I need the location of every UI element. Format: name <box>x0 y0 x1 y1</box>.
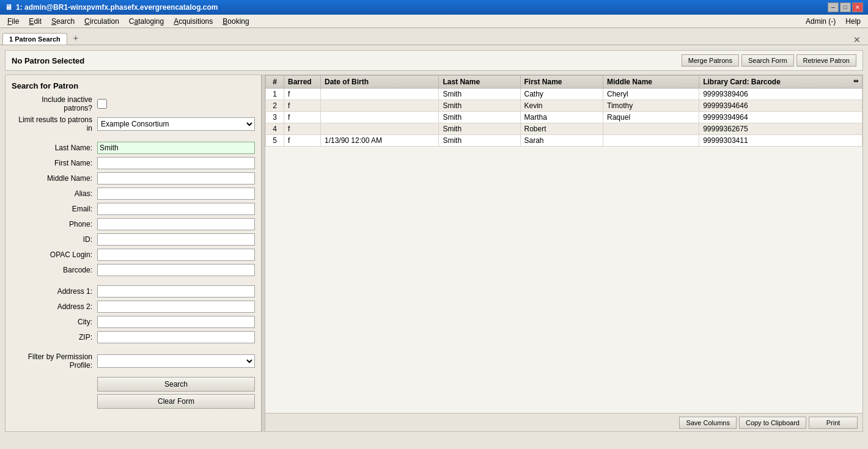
table-header-row: # Barred Date of Birth Last Name First N… <box>266 76 862 89</box>
menu-bar: File Edit Search Circulation Cataloging … <box>0 15 868 28</box>
app-icon: 🖥 <box>5 3 12 12</box>
cell-barred: f <box>284 135 321 147</box>
table-row[interactable]: 5 f 1/13/90 12:00 AM Smith Sarah 9999930… <box>266 135 862 147</box>
top-panel: No Patron Selected Merge Patrons Search … <box>5 50 863 71</box>
menu-search[interactable]: Search <box>46 16 79 27</box>
city-label: City: <box>12 318 97 326</box>
middle-name-input[interactable] <box>97 172 255 184</box>
menu-circulation[interactable]: Circulation <box>79 16 124 27</box>
search-form-button[interactable]: Search Form <box>741 54 794 67</box>
opac-login-input[interactable] <box>97 249 255 261</box>
cell-first: Cathy <box>520 89 603 100</box>
cell-last: Smith <box>439 89 520 100</box>
table-row[interactable]: 1 f Smith Cathy Cheryl 99999389406 <box>266 89 862 100</box>
address2-input[interactable] <box>97 301 255 313</box>
address1-row: Address 1: <box>12 285 255 298</box>
merge-patrons-button[interactable]: Merge Patrons <box>682 54 739 67</box>
cell-dob <box>321 112 439 123</box>
col-header-middle[interactable]: Middle Name <box>603 76 699 89</box>
include-inactive-row: Include inactive patrons? <box>12 95 255 112</box>
last-name-input[interactable] <box>97 142 255 154</box>
col-header-barred[interactable]: Barred <box>284 76 321 89</box>
cell-barred: f <box>284 112 321 123</box>
table-row[interactable]: 3 f Smith Martha Raquel 99999394964 <box>266 112 862 123</box>
phone-input[interactable] <box>97 218 255 230</box>
cell-num: 1 <box>266 89 284 100</box>
menu-edit[interactable]: Edit <box>24 16 46 27</box>
cell-barred: f <box>284 123 321 135</box>
zip-input[interactable] <box>97 331 255 343</box>
menu-acquisitions[interactable]: Acquisitions <box>169 16 218 27</box>
id-input[interactable] <box>97 233 255 246</box>
first-name-row: First Name: <box>12 157 255 169</box>
filter-profile-row: Filter by Permission Profile: <box>12 352 255 370</box>
limit-results-row: Limit results to patrons in Example Cons… <box>12 115 255 133</box>
close-button[interactable]: ✕ <box>852 2 863 12</box>
search-form-title: Search for Patron <box>12 81 255 90</box>
col-header-barcode[interactable]: Library Card: Barcode ⇔ <box>699 76 862 89</box>
col-header-dob[interactable]: Date of Birth <box>321 76 439 89</box>
phone-label: Phone: <box>12 220 97 228</box>
minimize-button[interactable]: ─ <box>828 2 839 12</box>
cell-barred: f <box>284 100 321 112</box>
menu-help[interactable]: Help <box>840 16 866 27</box>
save-columns-button[interactable]: Save Columns <box>679 417 737 429</box>
cell-dob: 1/13/90 12:00 AM <box>321 135 439 147</box>
middle-name-row: Middle Name: <box>12 172 255 184</box>
patron-results-table: # Barred Date of Birth Last Name First N… <box>265 75 862 147</box>
last-name-label: Last Name: <box>12 144 97 152</box>
email-label: Email: <box>12 205 97 213</box>
retrieve-patron-button[interactable]: Retrieve Patron <box>796 54 856 67</box>
tab-bar-right: ✕ <box>848 35 866 45</box>
menu-file[interactable]: File <box>2 16 24 27</box>
city-row: City: <box>12 316 255 328</box>
zip-label: ZIP: <box>12 333 97 341</box>
print-button[interactable]: Print <box>809 417 858 429</box>
no-patron-label: No Patron Selected <box>12 56 84 65</box>
alias-input[interactable] <box>97 188 255 200</box>
maximize-button[interactable]: □ <box>840 2 851 12</box>
col-header-first[interactable]: First Name <box>520 76 603 89</box>
menu-cataloging[interactable]: Cataloging <box>124 16 169 27</box>
search-button[interactable]: Search <box>97 377 255 392</box>
address1-label: Address 1: <box>12 287 97 296</box>
cell-middle <box>603 123 699 135</box>
cell-middle <box>603 135 699 147</box>
table-row[interactable]: 2 f Smith Kevin Timothy 99999394646 <box>266 100 862 112</box>
phone-row: Phone: <box>12 218 255 230</box>
cell-first: Kevin <box>520 100 603 112</box>
cell-dob <box>321 123 439 135</box>
limit-results-select[interactable]: Example Consortium <box>97 117 255 131</box>
email-input[interactable] <box>97 203 255 215</box>
zip-row: ZIP: <box>12 331 255 343</box>
col-header-num[interactable]: # <box>266 76 284 89</box>
cell-num: 4 <box>266 123 284 135</box>
first-name-input[interactable] <box>97 157 255 169</box>
cell-dob <box>321 89 439 100</box>
include-inactive-label: Include inactive patrons? <box>12 95 97 112</box>
cell-first: Martha <box>520 112 603 123</box>
limit-results-label: Limit results to patrons in <box>12 115 97 133</box>
copy-clipboard-button[interactable]: Copy to Clipboard <box>739 417 806 429</box>
tab-add-button[interactable]: + <box>68 31 83 45</box>
title-bar-left: 🖥 1: admin@BR1-winxpvmfx.phasefx.evergre… <box>5 3 218 12</box>
include-inactive-checkbox[interactable] <box>97 99 107 109</box>
address1-input[interactable] <box>97 285 255 298</box>
cell-last: Smith <box>439 135 520 147</box>
filter-profile-select[interactable] <box>97 354 255 368</box>
alias-label: Alias: <box>12 189 97 198</box>
table-row[interactable]: 4 f Smith Robert 99999362675 <box>266 123 862 135</box>
tab-close-button[interactable]: ✕ <box>848 34 866 46</box>
tab-bar: 1 Patron Search + ✕ <box>0 28 868 45</box>
menu-admin[interactable]: Admin (-) <box>801 16 840 27</box>
title-bar-text: 1: admin@BR1-winxpvmfx.phasefx.evergreen… <box>16 3 218 12</box>
top-buttons: Merge Patrons Search Form Retrieve Patro… <box>682 54 856 67</box>
menu-booking[interactable]: Booking <box>218 16 254 27</box>
search-panel: Search for Patron Include inactive patro… <box>5 75 262 432</box>
clear-form-button[interactable]: Clear Form <box>97 394 255 409</box>
col-header-last[interactable]: Last Name <box>439 76 520 89</box>
barcode-input[interactable] <box>97 264 255 276</box>
tab-patron-search[interactable]: 1 Patron Search <box>2 33 67 45</box>
city-input[interactable] <box>97 316 255 328</box>
col-resize-icon: ⇔ <box>853 78 858 84</box>
